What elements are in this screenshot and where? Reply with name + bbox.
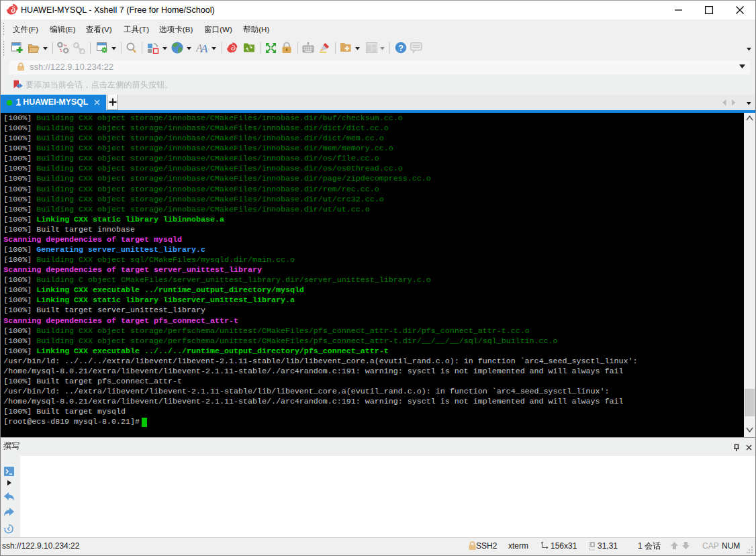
svg-text:A: A <box>200 42 208 54</box>
svg-text:?: ? <box>398 44 404 53</box>
